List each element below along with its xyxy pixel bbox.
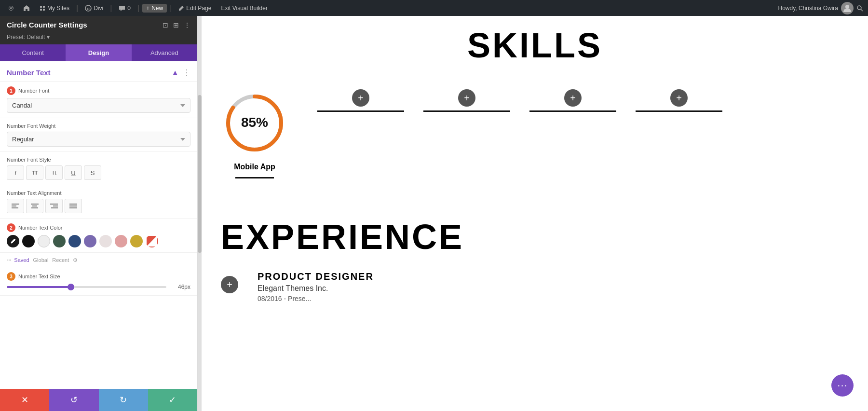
section-actions: ▲ ⋮: [171, 68, 190, 77]
tab-design[interactable]: Design: [66, 44, 131, 61]
exp-job-title: PRODUCT DESIGNER: [258, 271, 849, 282]
floating-menu-button[interactable]: ···: [831, 374, 854, 397]
experience-row: + PRODUCT DESIGNER Elegant Themes Inc. 0…: [221, 271, 849, 302]
exit-vb-label: Exit Visual Builder: [221, 5, 268, 12]
style-capitalize[interactable]: Tt: [45, 165, 63, 180]
tab-content[interactable]: Content: [0, 44, 66, 61]
admin-bar-divi[interactable]: D Divi: [81, 4, 107, 13]
add-line-2: [423, 110, 510, 112]
number-font-weight-field: Number Font Weight Regular: [0, 118, 197, 152]
svg-point-23: [11, 243, 12, 244]
number-text-size-badge: 3: [7, 272, 15, 281]
color-swatches: [7, 235, 190, 247]
style-uppercase[interactable]: TT: [26, 165, 43, 180]
slider-thumb[interactable]: [68, 284, 74, 290]
number-text-size-field: 3 Number Text Size 46px: [0, 267, 197, 296]
admin-bar-mysites[interactable]: My Sites: [36, 4, 73, 13]
admin-bar-left: W My Sites | D Divi | 0 | + New | Edit P…: [5, 2, 775, 14]
experience-section: EXPERIENCE + PRODUCT DESIGNER Elegant Th…: [221, 207, 849, 312]
admin-bar-comments[interactable]: 0: [115, 4, 135, 13]
panel-header-icons: ⊡ ⊞ ⋮: [163, 21, 190, 29]
number-font-field: 1 Number Font Candal: [0, 82, 197, 118]
number-text-alignment-label: Number Text Alignment: [7, 190, 190, 196]
redo-button[interactable]: ↻: [99, 389, 148, 411]
exp-company: Elegant Themes Inc.: [258, 284, 849, 293]
panel-layout-icon[interactable]: ⊞: [173, 21, 179, 29]
number-text-color-label: 2 Number Text Color: [7, 223, 190, 232]
preset-arrow: ▾: [47, 34, 50, 41]
add-counter-btn-2[interactable]: +: [458, 89, 475, 107]
color-swatch-purple[interactable]: [84, 235, 96, 247]
preset-line: Preset: Default ▾: [0, 34, 197, 44]
color-swatch-light-pink[interactable]: [99, 235, 112, 247]
align-right[interactable]: [45, 199, 63, 213]
color-meta-global[interactable]: Global: [33, 257, 49, 263]
style-strikethrough[interactable]: S: [84, 165, 101, 180]
admin-bar-new[interactable]: + New: [142, 4, 167, 13]
number-text-color-badge: 2: [7, 223, 15, 232]
new-label: New: [151, 5, 163, 12]
admin-bar-edit-page[interactable]: Edit Page: [175, 4, 215, 13]
align-center[interactable]: [26, 199, 43, 213]
panel-header: Circle Counter Settings ⊡ ⊞ ⋮: [0, 16, 197, 34]
color-meta-saved[interactable]: Saved: [14, 257, 29, 263]
color-swatch-dark-green[interactable]: [53, 235, 66, 247]
section-menu-icon[interactable]: ⋮: [183, 68, 190, 77]
svg-rect-4: [40, 9, 42, 11]
user-avatar[interactable]: [841, 2, 854, 14]
admin-bar-exit-vb[interactable]: Exit Visual Builder: [217, 4, 271, 13]
slider-fill: [7, 286, 70, 288]
color-swatch-clear[interactable]: [146, 235, 158, 247]
color-meta-recent[interactable]: Recent: [52, 257, 69, 263]
color-swatch-pink[interactable]: [115, 235, 127, 247]
wordpress-logo[interactable]: W: [5, 2, 17, 14]
align-left[interactable]: [7, 199, 24, 213]
exp-content: PRODUCT DESIGNER Elegant Themes Inc. 08/…: [258, 271, 849, 302]
style-underline[interactable]: U: [65, 165, 82, 180]
add-counter-btn-3[interactable]: +: [564, 89, 582, 107]
slider-track[interactable]: [7, 286, 166, 288]
panel-menu-icon[interactable]: ⋮: [184, 21, 190, 29]
number-font-badge: 1: [7, 86, 15, 95]
align-justify[interactable]: [65, 199, 82, 213]
floating-menu-icon: ···: [837, 379, 847, 392]
section-title-text: Number Text: [7, 68, 51, 77]
scrollbar-thumb[interactable]: [198, 95, 202, 253]
search-icon[interactable]: [856, 5, 863, 12]
edit-page-label: Edit Page: [186, 5, 211, 12]
new-plus: +: [146, 5, 149, 12]
style-italic[interactable]: I: [7, 165, 24, 180]
admin-bar-right: Howdy, Christina Gwira: [778, 2, 863, 14]
color-swatch-white[interactable]: [38, 235, 50, 247]
add-counter-btn-4[interactable]: +: [670, 89, 688, 107]
vertical-scrollbar[interactable]: [198, 16, 202, 411]
add-counter-item-1: +: [317, 89, 404, 112]
circle-label: Mobile App: [234, 163, 275, 171]
sep2: |: [110, 4, 112, 13]
svg-point-8: [845, 5, 849, 9]
add-line-1: [317, 110, 404, 112]
panel-window-icon[interactable]: ⊡: [163, 21, 168, 29]
add-counter-btn-1[interactable]: +: [352, 89, 369, 107]
exp-add-button[interactable]: +: [221, 276, 238, 293]
tab-advanced[interactable]: Advanced: [132, 44, 197, 61]
color-meta-more[interactable]: ···: [7, 256, 10, 264]
color-swatch-gold[interactable]: [130, 235, 143, 247]
color-meta-gear[interactable]: ⚙: [73, 257, 78, 263]
cancel-button[interactable]: ✕: [0, 389, 49, 411]
save-button[interactable]: ✓: [148, 389, 197, 411]
admin-bar: W My Sites | D Divi | 0 | + New | Edit P…: [0, 0, 868, 16]
circle-underline: [235, 177, 274, 178]
color-swatch-black[interactable]: [22, 235, 35, 247]
admin-bar-home[interactable]: [19, 4, 34, 13]
number-font-weight-select[interactable]: Regular: [7, 132, 190, 147]
comment-count: 0: [127, 5, 131, 12]
number-font-style-label: Number Font Style: [7, 157, 190, 163]
eyedropper-swatch[interactable]: [7, 235, 19, 247]
divi-label: Divi: [94, 5, 103, 12]
color-swatch-dark-blue[interactable]: [68, 235, 81, 247]
number-font-select[interactable]: Candal: [7, 98, 190, 113]
section-collapse-icon[interactable]: ▲: [171, 68, 179, 77]
svg-text:W: W: [10, 7, 13, 10]
undo-button[interactable]: ↺: [49, 389, 98, 411]
